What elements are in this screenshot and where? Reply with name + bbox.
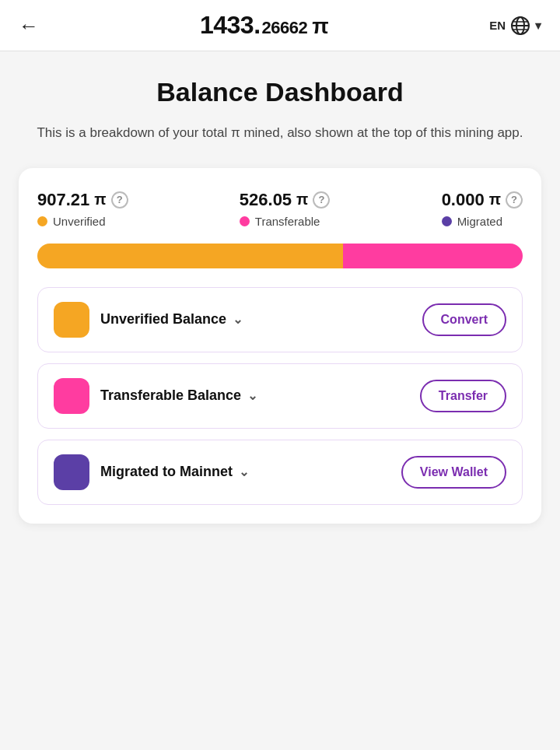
unverified-balance-left: Unverified Balance ⌄ [54, 302, 243, 338]
stat-migrated: 0.000 π ? Migrated [442, 190, 523, 228]
migrated-value: 0.000 π ? [442, 190, 523, 210]
unverified-dot [37, 216, 47, 226]
page-description: This is a breakdown of your total π mine… [19, 122, 541, 143]
unverified-balance-section: Unverified Balance ⌄ Convert [37, 287, 523, 352]
lang-label: EN [489, 19, 506, 32]
progress-pink-segment [343, 244, 523, 268]
transferable-dot [240, 216, 250, 226]
transferable-balance-left: Transferable Balance ⌄ [54, 378, 257, 414]
language-selector[interactable]: EN ▾ [489, 16, 541, 36]
unverified-info-button[interactable]: ? [111, 191, 128, 209]
transferable-balance-title[interactable]: Transferable Balance ⌄ [100, 387, 257, 404]
convert-button[interactable]: Convert [422, 303, 506, 336]
migrated-balance-left: Migrated to Mainnet ⌄ [54, 454, 249, 490]
view-wallet-button[interactable]: View Wallet [401, 456, 506, 489]
page-title: Balance Dashboard [19, 76, 541, 108]
pi-symbol: π [312, 14, 328, 39]
unverified-value: 907.21 π ? [37, 190, 128, 210]
progress-bar [37, 244, 523, 268]
globe-icon [510, 16, 530, 36]
balance-decimal: 26662 [262, 18, 308, 38]
header-balance: 1433.26662 π [200, 11, 328, 40]
migrated-dot [442, 216, 452, 226]
unverified-label: Unverified [37, 215, 106, 228]
unverified-chevron-icon: ⌄ [233, 312, 243, 327]
transferable-value: 526.05 π ? [240, 190, 331, 210]
migrated-balance-title[interactable]: Migrated to Mainnet ⌄ [100, 464, 249, 480]
stats-row: 907.21 π ? Unverified 526.05 π ? Transf [37, 190, 523, 228]
transfer-button[interactable]: Transfer [420, 380, 506, 412]
transferable-balance-section: Transferable Balance ⌄ Transfer [37, 363, 523, 429]
transferable-info-button[interactable]: ? [313, 191, 330, 209]
stat-unverified: 907.21 π ? Unverified [37, 190, 128, 228]
migrated-chevron-icon: ⌄ [239, 464, 249, 479]
unverified-balance-icon [54, 302, 89, 338]
migrated-balance-section: Migrated to Mainnet ⌄ View Wallet [37, 440, 523, 505]
app-header: ← 1433.26662 π EN ▾ [0, 0, 560, 51]
back-button[interactable]: ← [19, 16, 39, 36]
stat-transferable: 526.05 π ? Transferable [240, 190, 331, 228]
balance-card: 907.21 π ? Unverified 526.05 π ? Transf [19, 168, 541, 524]
transferable-chevron-icon: ⌄ [247, 388, 257, 403]
balance-whole: 1433. [200, 11, 261, 40]
transferable-label: Transferable [240, 215, 320, 228]
migrated-label: Migrated [442, 215, 502, 228]
unverified-balance-title[interactable]: Unverified Balance ⌄ [100, 311, 243, 328]
progress-orange-segment [37, 244, 343, 268]
migrated-info-button[interactable]: ? [506, 191, 523, 209]
main-content: Balance Dashboard This is a breakdown of… [0, 51, 560, 548]
migrated-balance-icon [54, 454, 89, 490]
lang-chevron-icon: ▾ [535, 19, 541, 33]
transferable-balance-icon [54, 378, 89, 414]
